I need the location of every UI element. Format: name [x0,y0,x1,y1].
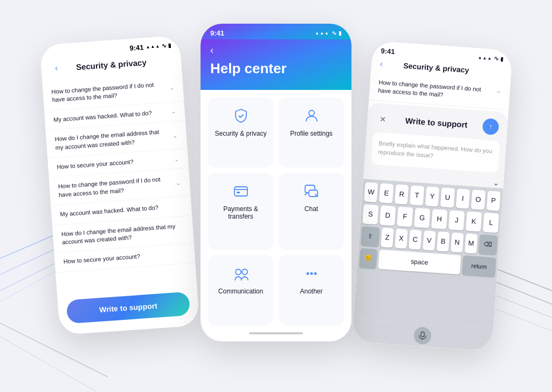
status-icons-left: ▲▲▲ ∿ ▮ [146,42,172,51]
key-c[interactable]: C [409,229,422,249]
key-x[interactable]: X [395,228,408,248]
mic-button[interactable] [413,326,432,345]
time-left: 9:41 [129,43,144,52]
faq-text-4: How to secure your account? [57,155,170,171]
card-security-label: Security & privacy [215,130,266,137]
key-e[interactable]: E [379,183,394,204]
key-o[interactable]: O [471,190,486,210]
svg-rect-13 [237,192,240,193]
faq-list-left: How to change the password if I do not h… [42,71,197,296]
person-icon [302,106,321,125]
key-w[interactable]: W [364,182,378,202]
write-to-support-button-left[interactable]: Write to support [66,292,191,324]
key-return[interactable]: return [462,255,496,277]
card-security[interactable]: Security & privacy [208,97,273,167]
status-icons-right: ▲▲▲ ∿ ▮ [478,54,504,62]
dots-icon [302,264,321,283]
key-f[interactable]: F [397,206,413,227]
keyboard[interactable]: W E R T Y U I O P S D F G H J [354,179,503,329]
faq-text-6: My account was hacked. What to do? [60,202,183,219]
signal-icon-center: ▲▲▲ [315,31,329,36]
svg-point-19 [310,272,313,275]
key-v[interactable]: V [423,230,436,250]
card-payments[interactable]: Payments & transfers [208,173,273,250]
back-button-left[interactable]: ‹ [50,61,64,75]
card-communication-label: Communication [218,288,263,295]
modal-close-button[interactable]: ✕ [376,111,391,127]
key-z[interactable]: Z [381,227,394,247]
key-n[interactable]: N [451,232,464,252]
left-title: Security & privacy [63,57,160,73]
key-r[interactable]: R [395,184,409,205]
wifi-icon-right: ∿ [494,55,499,62]
modal-title: Write to support [390,115,483,130]
faq-text-8: How to secure your account? [63,249,187,266]
key-shift[interactable]: ⇧ [361,226,380,247]
card-another[interactable]: Another [279,255,344,325]
placeholder [160,60,172,61]
faq-text-3: How do I change the email address that m… [54,128,169,152]
svg-rect-11 [234,187,247,196]
svg-point-16 [236,269,241,275]
hero-section: ‹ Help center [201,39,351,90]
key-b[interactable]: B [437,232,450,251]
chevron-1: ⌄ [169,84,175,92]
hero-title: Help center [210,60,342,77]
chevron-right-faq: ⌄ [495,87,501,95]
svg-rect-21 [421,332,425,337]
chevron-2: ⌄ [170,108,176,116]
wifi-icon-center: ∿ [332,30,336,37]
key-d[interactable]: D [380,205,396,226]
faq-text-1: How to change the password if I do not h… [51,80,165,104]
svg-point-20 [314,272,316,275]
card-icon [231,181,251,201]
card-chat[interactable]: Chat [279,173,344,250]
key-k[interactable]: K [466,211,482,232]
card-another-label: Another [300,288,322,295]
placeholder-right [489,72,502,73]
key-y[interactable]: Y [425,186,440,207]
keyboard-chevron-icon: ⌄ [492,178,499,187]
key-u[interactable]: U [440,187,455,208]
svg-point-10 [309,110,314,116]
card-communication[interactable]: Communication [208,255,273,325]
battery-icon: ▮ [168,43,172,48]
back-button-center[interactable]: ‹ [210,45,342,56]
faq-text-2: My account was hacked. What to do? [53,108,167,124]
phone-right: 9:41 ▲▲▲ ∿ ▮ ‹ Security & privacy How to… [352,41,513,352]
home-bar [249,332,303,334]
faq-text-right: How to change the password if I do not h… [378,79,492,103]
svg-point-17 [242,269,247,275]
phone-center: 9:41 ▲▲▲ ∿ ▮ ‹ Help center Se [201,24,351,341]
status-bar-center: 9:41 ▲▲▲ ∿ ▮ [201,24,351,39]
send-button[interactable]: ↑ [482,118,499,135]
key-l[interactable]: L [483,213,499,233]
card-payments-label: Payments & transfers [215,205,267,220]
key-m[interactable]: M [465,233,478,253]
help-categories-grid: Security & privacy Profile settings [201,90,351,325]
key-space[interactable]: space [378,249,461,275]
chevron-4: ⌄ [174,155,180,163]
key-s[interactable]: S [362,204,378,225]
home-indicator-center [201,325,351,341]
faq-text-5: How to change the password if I do not h… [58,175,172,199]
phone-left: 9:41 ▲▲▲ ∿ ▮ ‹ Security & privacy How to… [39,36,199,335]
key-delete[interactable]: ⌫ [479,234,498,255]
key-j[interactable]: J [448,210,465,230]
key-t[interactable]: T [410,185,424,206]
key-g[interactable]: G [414,208,430,228]
key-emoji[interactable]: 😊 [359,248,377,269]
wifi-icon: ∿ [162,42,167,50]
card-profile-label: Profile settings [290,130,333,137]
key-i[interactable]: I [456,188,470,209]
signal-icon: ▲▲▲ [146,44,160,50]
battery-icon-center: ▮ [339,30,342,36]
key-h[interactable]: H [431,209,447,229]
key-p[interactable]: P [486,191,501,211]
communication-icon [231,264,251,283]
write-to-support-modal: ✕ Write to support ↑ Briefly explain wha… [352,102,508,351]
chevron-3: ⌄ [172,131,178,139]
battery-icon-right: ▮ [500,56,504,62]
card-profile[interactable]: Profile settings [279,97,344,167]
signal-icon-right: ▲▲▲ [478,55,492,61]
